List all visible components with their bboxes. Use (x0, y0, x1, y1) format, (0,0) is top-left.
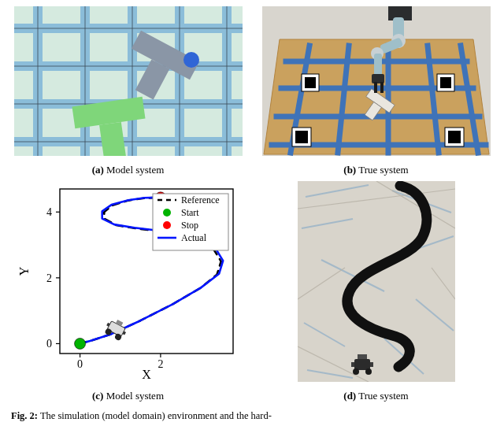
panel-b (259, 6, 493, 156)
subcaption-d-text: True system (356, 390, 408, 402)
panel-d (259, 181, 493, 382)
svg-point-80 (163, 221, 171, 229)
figure-caption-tag: Fig. 2: (11, 410, 38, 421)
svg-rect-36 (305, 77, 316, 88)
svg-rect-84 (298, 181, 455, 382)
true-system-rope-image (298, 181, 455, 382)
svg-point-78 (163, 209, 171, 217)
true-system-robot-image (262, 6, 491, 156)
svg-text:Y: Y (17, 266, 31, 276)
svg-rect-40 (295, 131, 308, 143)
svg-rect-50 (374, 54, 382, 76)
svg-text:4: 4 (46, 206, 52, 218)
svg-text:0: 0 (77, 358, 83, 370)
pusher-dot (183, 52, 199, 68)
figure-caption-text: The simulation (model domain) environmen… (38, 410, 272, 421)
subcaption-a-text: Model system (104, 164, 165, 176)
subcaption-d: (d) True system (259, 387, 493, 402)
svg-rect-42 (448, 131, 461, 143)
subcaption-a: (a) Model system (11, 161, 245, 176)
svg-rect-38 (440, 77, 451, 88)
svg-text:Start: Start (181, 207, 199, 218)
svg-rect-99 (354, 359, 370, 370)
figure-caption: Fig. 2: The simulation (model domain) en… (11, 402, 493, 422)
svg-text:X: X (142, 368, 151, 381)
svg-point-101 (365, 368, 372, 375)
svg-text:Actual: Actual (181, 232, 207, 243)
subcaption-b-tag: (b) (343, 164, 356, 176)
subcaption-a-tag: (a) (92, 164, 104, 176)
subcaption-c-text: Model system (103, 390, 164, 402)
svg-point-67 (74, 338, 85, 349)
svg-rect-102 (358, 354, 367, 359)
subcaption-d-tag: (d) (343, 390, 356, 402)
subcaption-b-text: True system (356, 164, 408, 176)
svg-rect-52 (374, 82, 377, 93)
svg-rect-53 (380, 82, 384, 93)
svg-text:2: 2 (158, 358, 163, 370)
model-system-sim-image (14, 6, 243, 156)
svg-rect-104 (370, 362, 373, 367)
svg-text:2: 2 (46, 272, 52, 284)
panel-a (11, 6, 245, 156)
subcaption-b: (b) True system (259, 161, 493, 176)
svg-rect-103 (351, 362, 354, 367)
subcaption-c-tag: (c) (92, 390, 103, 402)
svg-text:Reference: Reference (181, 194, 220, 205)
trajectory-chart: 02024XYReferenceStartStopActual (14, 181, 243, 382)
subcaption-c: (c) Model system (11, 387, 245, 402)
svg-text:Stop: Stop (181, 220, 198, 231)
panel-c: 02024XYReferenceStartStopActual (11, 181, 245, 382)
svg-text:0: 0 (46, 338, 52, 350)
svg-point-100 (353, 368, 359, 375)
